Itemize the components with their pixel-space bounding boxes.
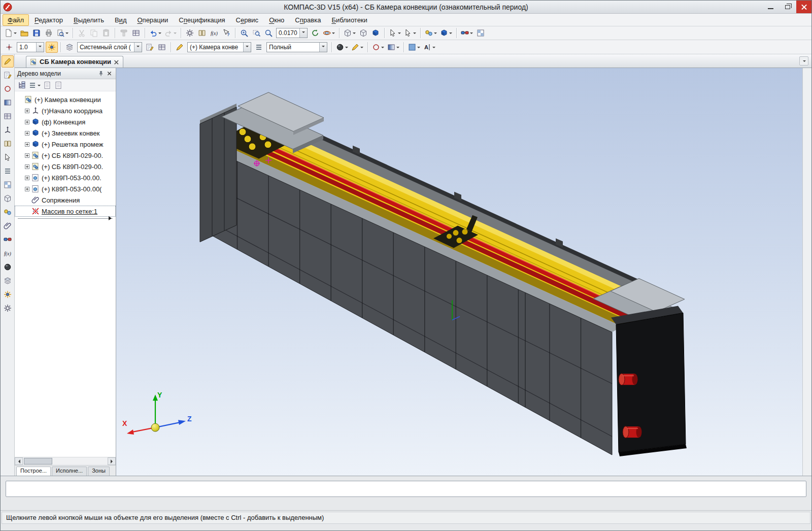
tree-end-pointer[interactable] bbox=[18, 218, 113, 220]
section-view-button[interactable] bbox=[370, 42, 386, 53]
variables-button[interactable]: f(x) bbox=[208, 27, 220, 39]
menu-item-window[interactable]: Окно bbox=[264, 14, 289, 26]
tree-item-sb-k89p-029-1[interactable]: (+) СБ К89П-029-00. bbox=[15, 150, 116, 161]
tree-tab-zones[interactable]: Зоны bbox=[88, 467, 110, 476]
menu-item-file[interactable]: Файл bbox=[3, 14, 29, 26]
detail-level-dropdown-button[interactable] bbox=[319, 43, 327, 52]
open-document-button[interactable] bbox=[18, 27, 30, 39]
object-help-button[interactable]: ? bbox=[220, 27, 232, 39]
compact-panel-arrays-button[interactable] bbox=[2, 110, 14, 122]
assembly-tools-button[interactable] bbox=[423, 27, 438, 39]
expander-plus-icon[interactable] bbox=[25, 153, 29, 158]
save-document-button[interactable] bbox=[30, 27, 43, 39]
tree-horizontal-scrollbar[interactable] bbox=[15, 457, 116, 465]
new-document-button[interactable] bbox=[3, 27, 18, 39]
zoom-in-button[interactable] bbox=[238, 27, 250, 39]
tree-item-grid-array[interactable]: Массив по сетке:1 bbox=[15, 206, 116, 217]
tab-list-button[interactable] bbox=[799, 56, 808, 65]
tree-item-coil[interactable]: (+) Змеевик конвек bbox=[15, 127, 116, 139]
restore-button[interactable] bbox=[779, 1, 796, 13]
snap-settings-button[interactable] bbox=[46, 42, 58, 53]
compact-panel-mates-button[interactable] bbox=[2, 220, 14, 232]
print-button[interactable] bbox=[43, 27, 55, 39]
menu-item-select[interactable]: Выделить bbox=[69, 14, 109, 26]
menu-item-help[interactable]: Справка bbox=[290, 14, 326, 26]
compact-panel-specification-tools-button[interactable] bbox=[2, 165, 14, 177]
current-zoom-dropdown-button[interactable] bbox=[299, 28, 307, 38]
tree-item-grating[interactable]: (+) Решетка промеж bbox=[15, 139, 116, 150]
property-bar-field[interactable] bbox=[6, 481, 806, 497]
wireframe-view-button[interactable] bbox=[357, 27, 369, 39]
compact-panel-settings-button[interactable] bbox=[2, 302, 14, 314]
tree-tab-build[interactable]: Построе... bbox=[16, 467, 51, 476]
compact-panel-curves-button[interactable] bbox=[2, 83, 14, 95]
tree-item-origin[interactable]: (т)Начало координа bbox=[15, 105, 116, 116]
compact-panel-filters-button[interactable] bbox=[2, 151, 14, 163]
compact-panel-shading-button[interactable] bbox=[2, 261, 14, 273]
edge-display-button[interactable] bbox=[350, 42, 365, 53]
expander-plus-icon[interactable] bbox=[25, 176, 29, 180]
tree-composition-button[interactable] bbox=[53, 80, 63, 90]
tree-item-mates[interactable]: Сопряжения bbox=[15, 194, 116, 206]
compact-panel-auxiliary-geometry-button[interactable] bbox=[2, 124, 14, 136]
current-layer-combo[interactable]: Системный слой ( bbox=[77, 42, 142, 52]
compact-panel-measurements-button[interactable] bbox=[2, 138, 14, 150]
applications-button[interactable] bbox=[184, 27, 196, 39]
cursor-step-value-combo[interactable]: 1.0 bbox=[17, 42, 44, 52]
scroll-track[interactable] bbox=[23, 457, 108, 465]
compact-panel-surfaces-button[interactable] bbox=[2, 96, 14, 109]
background-color-button[interactable] bbox=[407, 42, 422, 53]
component-tools-button[interactable] bbox=[438, 27, 454, 39]
shaded-view-button[interactable] bbox=[369, 27, 382, 39]
edit-component-button[interactable] bbox=[174, 42, 186, 53]
tab-close-icon[interactable] bbox=[114, 60, 118, 63]
component-list-button[interactable] bbox=[253, 42, 265, 53]
compact-panel-conditional-view-button[interactable] bbox=[2, 192, 14, 205]
surface-display-button[interactable] bbox=[386, 42, 401, 53]
expander-plus-icon[interactable] bbox=[25, 142, 29, 147]
convection-chamber-model[interactable] bbox=[200, 92, 687, 456]
detail-level-combo[interactable]: Полный bbox=[266, 42, 327, 52]
compact-panel-sketch-button[interactable] bbox=[2, 69, 14, 81]
pin-icon[interactable] bbox=[97, 70, 105, 78]
tree-structure-view-button[interactable] bbox=[17, 80, 27, 90]
menu-item-specification[interactable]: Спецификация bbox=[174, 14, 230, 26]
menu-item-service[interactable]: Сервис bbox=[231, 14, 264, 26]
zoom-all-button[interactable] bbox=[262, 27, 275, 39]
3d-scene[interactable]: Y X Z bbox=[116, 68, 802, 476]
zoom-by-rectangle-button[interactable] bbox=[250, 27, 262, 39]
compact-panel-snap-panel-button[interactable] bbox=[2, 288, 14, 301]
cursor-step-value-dropdown-button[interactable] bbox=[36, 43, 44, 52]
tab-sb-kamera-konvekcii[interactable]: СБ Камера конвекции bbox=[26, 56, 123, 68]
menu-item-editor[interactable]: Редактор bbox=[29, 14, 68, 26]
expander-plus-icon[interactable] bbox=[25, 187, 29, 191]
tree-item-k89p-053-2[interactable]: (+) К89П-053-00.00( bbox=[15, 183, 116, 194]
specification-button[interactable] bbox=[130, 27, 142, 39]
compact-panel-diagnostics-button[interactable] bbox=[2, 234, 14, 246]
current-component-combo[interactable]: (+) Камера конве bbox=[187, 42, 251, 52]
scroll-right-button[interactable] bbox=[108, 457, 116, 465]
tree-item-k89p-053-1[interactable]: (+) К89П-053-00.00. bbox=[15, 172, 116, 183]
menu-item-libraries[interactable]: Библиотеки bbox=[326, 14, 372, 26]
scroll-thumb[interactable] bbox=[24, 458, 52, 464]
display-mode-button[interactable] bbox=[334, 42, 350, 53]
selection-filter-button[interactable] bbox=[387, 27, 402, 39]
expander-plus-icon[interactable] bbox=[25, 164, 29, 169]
current-component-dropdown-button[interactable] bbox=[243, 43, 251, 52]
compact-panel-components-button[interactable] bbox=[2, 206, 14, 218]
expander-plus-icon[interactable] bbox=[25, 131, 29, 136]
scene-settings-button[interactable] bbox=[475, 27, 487, 39]
refresh-image-button[interactable] bbox=[309, 27, 321, 39]
close-button[interactable] bbox=[796, 1, 811, 13]
3d-viewport[interactable]: Y X Z bbox=[116, 68, 802, 476]
tree-close-icon[interactable] bbox=[105, 70, 113, 78]
selection-mode-button[interactable] bbox=[402, 27, 418, 39]
undo-button[interactable] bbox=[148, 27, 163, 39]
compact-panel-edit-model-button[interactable] bbox=[2, 55, 14, 68]
layer-state-button[interactable] bbox=[144, 42, 156, 53]
tree-display-mode-button[interactable] bbox=[28, 80, 41, 90]
print-preview-button[interactable] bbox=[55, 27, 70, 39]
layers-button[interactable] bbox=[63, 42, 76, 53]
layer-manager-button[interactable] bbox=[156, 42, 168, 53]
tree-tab-versions[interactable]: Исполне... bbox=[52, 467, 87, 476]
